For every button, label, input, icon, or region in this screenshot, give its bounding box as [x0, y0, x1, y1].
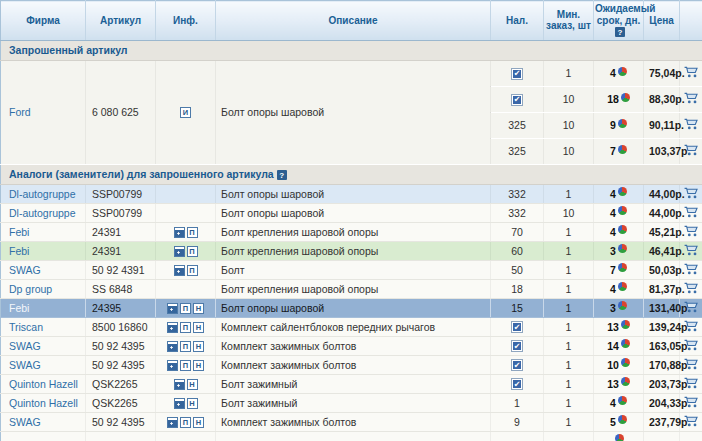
add-to-cart-button[interactable]	[684, 263, 699, 275]
delivery-stats-pie-icon[interactable]	[618, 119, 627, 128]
brand-link[interactable]: Triscan	[9, 321, 43, 333]
add-to-cart-button[interactable]	[684, 187, 699, 199]
applicability-p-icon[interactable]: П	[187, 227, 198, 238]
add-to-cart-button[interactable]	[684, 301, 699, 313]
delivery-stats-pie-icon[interactable]	[618, 206, 627, 215]
delivery-days-value-wrap: 4	[610, 397, 627, 409]
min-order-cell: 1	[544, 317, 594, 336]
delivery-stats-pie-icon[interactable]	[618, 187, 627, 196]
photo-icon[interactable]	[167, 322, 178, 333]
applicability-p-icon[interactable]: П	[180, 417, 191, 428]
replacements-n-icon[interactable]: Н	[193, 341, 204, 352]
replacements-n-icon[interactable]: Н	[193, 417, 204, 428]
add-to-cart-button[interactable]	[684, 282, 699, 294]
add-to-cart-button[interactable]	[684, 396, 699, 408]
offer-row[interactable]: Febi24391ПБолт крепления шаровой опоры60…	[1, 241, 702, 260]
photo-icon[interactable]	[167, 360, 178, 371]
brand-link[interactable]: Dl-autogruppe	[9, 207, 76, 219]
applicability-p-icon[interactable]: П	[180, 322, 191, 333]
offer-row[interactable]: Triscan8500 16860ПНКомплект сайлентблоко…	[1, 317, 702, 336]
photo-icon[interactable]	[167, 341, 178, 352]
brand-link[interactable]: Ford	[9, 106, 31, 118]
help-icon[interactable]: ?	[615, 27, 625, 37]
help-icon[interactable]: ?	[277, 170, 287, 180]
add-to-cart-button[interactable]	[684, 320, 699, 332]
delivery-stats-pie-icon[interactable]	[621, 320, 630, 329]
add-to-cart-button[interactable]	[684, 358, 699, 370]
add-to-cart-button[interactable]	[684, 66, 699, 78]
delivery-stats-pie-icon[interactable]	[618, 415, 627, 424]
replacements-n-icon[interactable]: Н	[193, 360, 204, 371]
delivery-stats-pie-icon[interactable]	[621, 377, 630, 386]
brand-link[interactable]: Quinton Hazell	[9, 378, 78, 390]
delivery-stats-pie-icon[interactable]	[621, 358, 630, 367]
offer-row[interactable]: Febi24395ПНБолт опоры шаровой1513131,40р…	[1, 298, 702, 317]
offer-row[interactable]: SWAG50 92 4395ПНКомплект зажимных болтов…	[1, 336, 702, 355]
delivery-stats-pie-icon[interactable]	[618, 282, 627, 291]
delivery-stats-pie-icon[interactable]	[618, 244, 627, 253]
brand-cell: Dp group	[1, 279, 86, 298]
add-to-cart-button[interactable]	[684, 225, 699, 237]
replacements-n-icon[interactable]: Н	[187, 398, 198, 409]
photo-icon[interactable]	[174, 379, 185, 390]
delivery-stats-pie-icon[interactable]	[618, 301, 627, 310]
description-cell: Болт опоры шаровой	[216, 184, 491, 203]
offer-row[interactable]: SWAG50 92 4391ПБолт501750,03р.	[1, 260, 702, 279]
add-to-cart-button[interactable]	[684, 339, 699, 351]
replacements-n-icon[interactable]: Н	[193, 303, 204, 314]
brand-link[interactable]: Febi	[9, 226, 29, 238]
offer-row[interactable]: Dl-autogruppeSSP00799Болт опоры шаровой3…	[1, 184, 702, 203]
delivery-stats-pie-icon[interactable]	[618, 263, 627, 272]
delivery-stats-pie-icon[interactable]	[621, 339, 630, 348]
brand-link[interactable]: Febi	[9, 245, 29, 257]
photo-icon[interactable]	[167, 303, 178, 314]
cart-cell	[680, 60, 702, 86]
photo-icon[interactable]	[174, 398, 185, 409]
photo-icon[interactable]	[174, 227, 185, 238]
applicability-p-icon[interactable]: П	[187, 246, 198, 257]
offer-row[interactable]: Quinton HazellQSK2265НБолт зажимный11420…	[1, 393, 702, 412]
delivery-stats-pie-icon[interactable]	[615, 434, 624, 441]
offer-row[interactable]: Febi24391ПБолт крепления шаровой опоры70…	[1, 222, 702, 241]
delivery-stats-pie-icon[interactable]	[621, 93, 630, 102]
offer-row[interactable]: Quinton HazellQSK2265НБолт зажимный✔1132…	[1, 374, 702, 393]
offer-row[interactable]: Dl-autogruppeSSP00799Болт опоры шаровой3…	[1, 203, 702, 222]
applicability-p-icon[interactable]: П	[180, 341, 191, 352]
delivery-stats-pie-icon[interactable]	[618, 225, 627, 234]
add-to-cart-button[interactable]	[684, 92, 699, 104]
brand-link[interactable]: Quinton Hazell	[9, 397, 78, 409]
photo-icon[interactable]	[167, 417, 178, 428]
add-to-cart-button[interactable]	[684, 244, 699, 256]
offer-row[interactable]: SWAG50 92 4395ПНКомплект зажимных болтов…	[1, 412, 702, 431]
brand-link[interactable]: Febi	[9, 302, 29, 314]
photo-icon[interactable]	[174, 265, 185, 276]
brand-link[interactable]: SWAG	[9, 264, 41, 276]
delivery-stats-pie-icon[interactable]	[618, 396, 627, 405]
brand-link[interactable]: SWAG	[9, 359, 41, 371]
add-to-cart-button[interactable]	[684, 206, 699, 218]
brand-link[interactable]: Dp group	[9, 283, 52, 295]
add-to-cart-button[interactable]	[684, 377, 699, 389]
add-to-cart-button[interactable]	[684, 118, 699, 130]
add-to-cart-button[interactable]	[684, 144, 699, 156]
applicability-p-icon[interactable]: П	[187, 265, 198, 276]
delivery-stats-pie-icon[interactable]	[618, 145, 627, 154]
applicability-p-icon[interactable]: П	[180, 303, 191, 314]
replacements-n-icon[interactable]: Н	[193, 322, 204, 333]
partial-offer-row[interactable]	[1, 431, 702, 441]
delivery-days-value: 4	[610, 397, 616, 409]
applicability-p-icon[interactable]: П	[180, 360, 191, 371]
offer-row[interactable]: Dp groupSS 6848Болт крепления шаровой оп…	[1, 279, 702, 298]
offer-row[interactable]: Ford6 080 625ИБолт опоры шаровой✔1475,04…	[1, 60, 702, 86]
brand-link[interactable]: SWAG	[9, 340, 41, 352]
brand-link[interactable]: Dl-autogruppe	[9, 188, 76, 200]
delivery-stats-pie-icon[interactable]	[618, 67, 627, 76]
brand-link[interactable]: SWAG	[9, 416, 41, 428]
add-to-cart-button[interactable]	[684, 415, 699, 427]
delivery-days-cell: 4	[594, 393, 644, 412]
delivery-days-cell: 4	[594, 60, 644, 86]
info-icon[interactable]: И	[180, 107, 191, 118]
replacements-n-icon[interactable]: Н	[187, 379, 198, 390]
offer-row[interactable]: SWAG50 92 4395ПНКомплект зажимных болтов…	[1, 355, 702, 374]
photo-icon[interactable]	[174, 246, 185, 257]
